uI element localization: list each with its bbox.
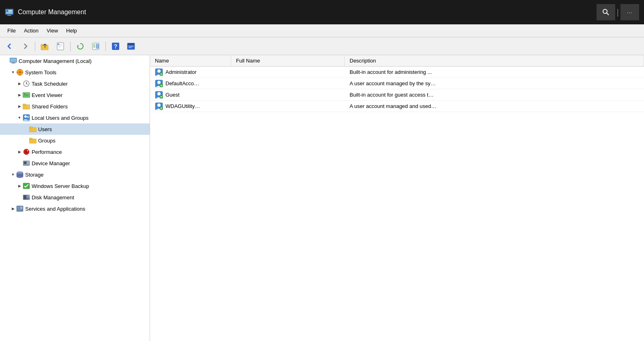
menu-view[interactable]: View: [43, 26, 62, 35]
back-icon: [6, 42, 14, 50]
shared-folders-label: Shared Folders: [32, 104, 68, 110]
right-panel: Name Full Name Description: [150, 55, 644, 341]
performance-label: Performance: [32, 149, 62, 155]
svg-rect-58: [29, 138, 32, 140]
root-label: Computer Management (Local): [19, 58, 92, 64]
tree-users[interactable]: Users: [0, 123, 150, 135]
console-button[interactable]: [124, 39, 138, 53]
title-bar-left: Computer Management: [5, 8, 86, 17]
tree-windows-backup[interactable]: ▶ Windows Server Backup: [0, 180, 150, 192]
console-icon: [127, 42, 135, 50]
cell-name-0: Administrator: [150, 68, 231, 76]
svg-rect-63: [24, 162, 26, 164]
title-bar: Computer Management | ···: [0, 0, 644, 24]
svg-rect-25: [128, 43, 134, 45]
cell-desc-3: A user account managed and used…: [345, 103, 644, 109]
svg-rect-79: [17, 209, 22, 210]
tree-root[interactable]: Computer Management (Local): [0, 55, 150, 67]
table-row[interactable]: Administrator Built-in account for admin…: [150, 67, 644, 78]
svg-rect-46: [24, 93, 26, 94]
svg-rect-15: [58, 43, 59, 45]
performance-icon: [23, 148, 30, 155]
tree-system-tools[interactable]: ▼ System Tools: [0, 67, 150, 78]
tree-storage[interactable]: ▼ Storage: [0, 169, 150, 180]
windows-backup-expand: ▶: [16, 183, 23, 189]
users-expand: [23, 126, 29, 132]
tree-shared-folders[interactable]: ▶ Shared Folders: [0, 101, 150, 112]
svg-point-41: [26, 83, 27, 84]
table-row[interactable]: Guest Built-in account for guest access …: [150, 89, 644, 101]
svg-point-7: [603, 9, 607, 13]
svg-rect-72: [24, 195, 26, 199]
shared-folders-icon: [23, 103, 30, 110]
col-header-fullname[interactable]: Full Name: [231, 55, 345, 66]
groups-folder-icon: [29, 137, 36, 144]
tree-local-users-groups[interactable]: ▼ Local Users and Groups: [0, 112, 150, 123]
svg-rect-37: [21, 72, 23, 73]
cell-desc-0: Built-in account for administering ...: [345, 69, 644, 75]
table-row[interactable]: WDAGUtility… A user account managed and …: [150, 101, 644, 112]
svg-point-61: [26, 151, 27, 153]
system-tools-expand: ▼: [10, 69, 16, 76]
menu-action[interactable]: Action: [20, 26, 43, 35]
tree-event-viewer[interactable]: ▶ Event Viewer: [0, 89, 150, 101]
users-folder-icon: [29, 125, 36, 133]
svg-rect-56: [29, 127, 32, 128]
local-users-expand: ▼: [16, 114, 23, 121]
svg-point-81: [157, 69, 161, 73]
tree-groups[interactable]: Groups: [0, 135, 150, 146]
app-title: Computer Management: [18, 9, 86, 16]
svg-point-68: [17, 175, 23, 178]
services-apps-label: Services and Applications: [25, 206, 85, 212]
col-header-description[interactable]: Description: [345, 55, 644, 66]
properties-icon: [56, 42, 64, 50]
svg-rect-29: [10, 58, 16, 62]
storage-label: Storage: [25, 172, 44, 178]
main-area: Computer Management (Local) ▼ System Too…: [0, 55, 644, 341]
system-tools-icon: [16, 69, 24, 76]
export-button[interactable]: [88, 39, 103, 53]
cell-name-2: Guest: [150, 91, 231, 99]
back-button[interactable]: [2, 39, 17, 53]
help-icon: ?: [112, 42, 120, 50]
svg-rect-4: [6, 10, 8, 12]
tree-disk-management[interactable]: Disk Management: [0, 192, 150, 203]
properties-button[interactable]: [53, 39, 68, 53]
event-viewer-label: Event Viewer: [32, 92, 62, 98]
svg-rect-74: [27, 198, 30, 199]
data-area: Administrator Built-in account for admin…: [150, 67, 644, 341]
help-button[interactable]: ?: [108, 39, 123, 53]
storage-icon: [16, 171, 24, 178]
svg-rect-48: [23, 104, 26, 106]
up-button[interactable]: [38, 39, 52, 53]
svg-line-8: [607, 13, 609, 15]
tree-services-apps[interactable]: ▶ Services and Applications: [0, 203, 150, 214]
menu-help[interactable]: Help: [62, 26, 81, 35]
title-bar-controls: | ···: [597, 4, 639, 20]
toolbar-separator-3: [105, 41, 106, 51]
services-apps-expand: ▶: [10, 205, 16, 212]
tree-task-scheduler[interactable]: ▶ Task Scheduler: [0, 78, 150, 89]
tree-device-manager[interactable]: Device Manager: [0, 158, 150, 169]
menu-file[interactable]: File: [3, 26, 20, 35]
svg-marker-16: [77, 45, 79, 46]
svg-rect-31: [11, 63, 16, 63]
svg-rect-5: [9, 10, 12, 11]
svg-rect-6: [9, 11, 11, 11]
svg-rect-76: [17, 207, 19, 209]
search-button[interactable]: [597, 4, 615, 20]
col-header-name[interactable]: Name: [150, 55, 231, 66]
forward-button[interactable]: [18, 39, 32, 53]
more-button[interactable]: ···: [620, 4, 639, 20]
refresh-button[interactable]: [73, 39, 88, 53]
table-row[interactable]: DefaultAcco… A user account managed by t…: [150, 78, 644, 89]
toolbar-separator-2: [70, 41, 71, 51]
tree-panel: Computer Management (Local) ▼ System Too…: [0, 55, 150, 341]
svg-point-33: [19, 71, 21, 73]
export-icon: [92, 42, 100, 50]
windows-backup-icon: [23, 182, 30, 190]
svg-point-53: [24, 115, 27, 118]
user-icon-guest: [155, 91, 163, 99]
tree-performance[interactable]: ▶ Performance: [0, 146, 150, 158]
svg-point-86: [157, 81, 161, 84]
